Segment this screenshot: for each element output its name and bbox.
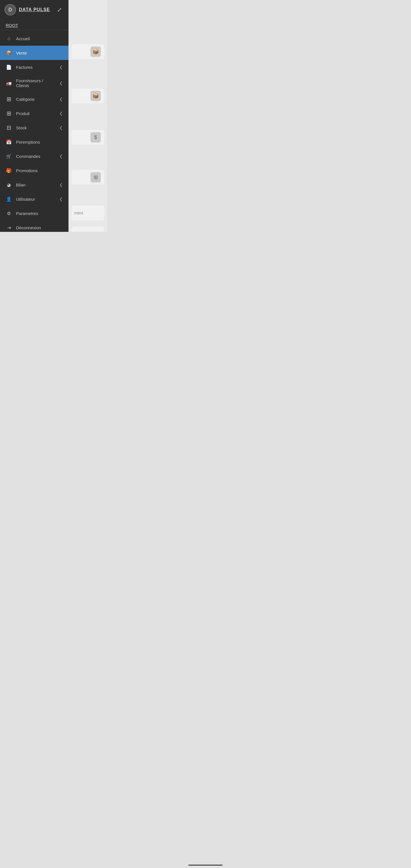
sidebar-item-commandes[interactable]: 🛒 Commandes ❮: [0, 149, 68, 163]
stock-icon: ⊟: [6, 124, 12, 131]
parametres-icon: ⚙: [6, 210, 12, 216]
produit-grid-icon: ⊞: [6, 110, 12, 117]
sidebar-item-promotions[interactable]: 🎁 Promotions: [0, 163, 68, 178]
document-icon: 📄: [6, 64, 12, 70]
sidebar-item-stock-label: Stock: [16, 125, 55, 130]
sidebar: D DATA PULSE ⤢ ROOT ⌂ Accueil 📦 Vente 📄 …: [0, 0, 68, 232]
categorie-grid-icon: ⊞: [6, 96, 12, 102]
sidebar-item-vente[interactable]: 📦 Vente: [0, 46, 68, 60]
sidebar-item-deconnexion[interactable]: ⇥ Déconnexion: [0, 220, 68, 232]
bg-field-4: ⊞: [71, 170, 104, 185]
sidebar-item-stock[interactable]: ⊟ Stock ❮: [0, 121, 68, 135]
sidebar-item-produit[interactable]: ⊞ Produit ❮: [0, 106, 68, 121]
app-header: D DATA PULSE ⤢: [0, 0, 68, 20]
sidebar-item-produit-label: Produit: [16, 111, 55, 116]
logo-circle: D: [5, 4, 16, 16]
logo-area: D DATA PULSE: [5, 4, 50, 16]
sidebar-item-factures-label: Factures: [16, 65, 55, 70]
sidebar-item-peremptions-label: Peremptions: [16, 140, 63, 145]
sidebar-item-commandes-label: Commandes: [16, 154, 55, 159]
sidebar-item-deconnexion-label: Déconnexion: [16, 225, 63, 230]
bilan-arrow-icon: ❮: [59, 182, 63, 187]
utilisateur-icon: 👤: [6, 196, 12, 202]
home-icon: ⌂: [6, 35, 12, 42]
bg-icon-box-1: 📦: [91, 46, 101, 57]
commandes-icon: 🛒: [6, 153, 12, 159]
sidebar-item-accueil-label: Accueil: [16, 36, 63, 41]
sidebar-item-categorie-label: Catégorie: [16, 97, 55, 102]
bg-field-1: 📦: [71, 44, 104, 59]
app-title: DATA PULSE: [19, 7, 50, 12]
bg-field-2: 📦: [71, 89, 104, 103]
peremptions-icon: 📅: [6, 139, 12, 145]
commandes-arrow-icon: ❮: [59, 154, 63, 158]
box-icon: 📦: [6, 50, 12, 56]
sidebar-item-categorie[interactable]: ⊞ Catégorie ❮: [0, 92, 68, 106]
bg-icon-dollar-1: $: [91, 132, 101, 143]
produit-arrow-icon: ❮: [59, 111, 63, 116]
logo-letter: D: [8, 7, 12, 13]
sidebar-item-fournisseurs[interactable]: 🚛 Fournisseurs / Clients ❮: [0, 74, 68, 92]
bilan-icon: ◕: [6, 182, 12, 188]
deconnexion-icon: ⇥: [6, 224, 12, 231]
nav-items-list: ⌂ Accueil 📦 Vente 📄 Factures ❮ 🚛 Fournis…: [0, 31, 68, 232]
fullscreen-icon: ⤢: [57, 6, 62, 13]
sidebar-item-promotions-label: Promotions: [16, 168, 63, 173]
sidebar-item-fournisseurs-label: Fournisseurs / Clients: [16, 78, 55, 88]
truck-icon: 🚛: [6, 80, 12, 86]
sidebar-item-parametres[interactable]: ⚙ Parametres: [0, 206, 68, 220]
sidebar-item-vente-label: Vente: [16, 51, 63, 55]
factures-arrow-icon: ❮: [59, 65, 63, 69]
root-label: ROOT: [0, 20, 68, 30]
fullscreen-button[interactable]: ⤢: [55, 5, 64, 14]
bg-field-3: $: [71, 130, 104, 145]
sidebar-item-utilisateur[interactable]: 👤 Utilisateur ❮: [0, 192, 68, 206]
bg-icon-grid-1: ⊞: [91, 172, 101, 182]
sidebar-item-utilisateur-label: Utilisateur: [16, 197, 55, 202]
sidebar-item-factures[interactable]: 📄 Factures ❮: [0, 60, 68, 74]
categorie-arrow-icon: ❮: [59, 97, 63, 101]
stock-arrow-icon: ❮: [59, 125, 63, 130]
sidebar-item-bilan-label: Bilan: [16, 182, 55, 187]
bg-field-text-1: ment: [71, 206, 104, 220]
sidebar-item-bilan[interactable]: ◕ Bilan ❮: [0, 178, 68, 192]
bg-icon-box-2: 📦: [91, 91, 101, 101]
utilisateur-arrow-icon: ❮: [59, 197, 63, 201]
promotions-icon: 🎁: [6, 167, 12, 174]
bg-field-5: [71, 227, 104, 232]
sidebar-item-parametres-label: Parametres: [16, 211, 63, 216]
fournisseurs-arrow-icon: ❮: [59, 81, 63, 85]
sidebar-item-accueil[interactable]: ⌂ Accueil: [0, 31, 68, 46]
sidebar-item-peremptions[interactable]: 📅 Peremptions: [0, 135, 68, 149]
